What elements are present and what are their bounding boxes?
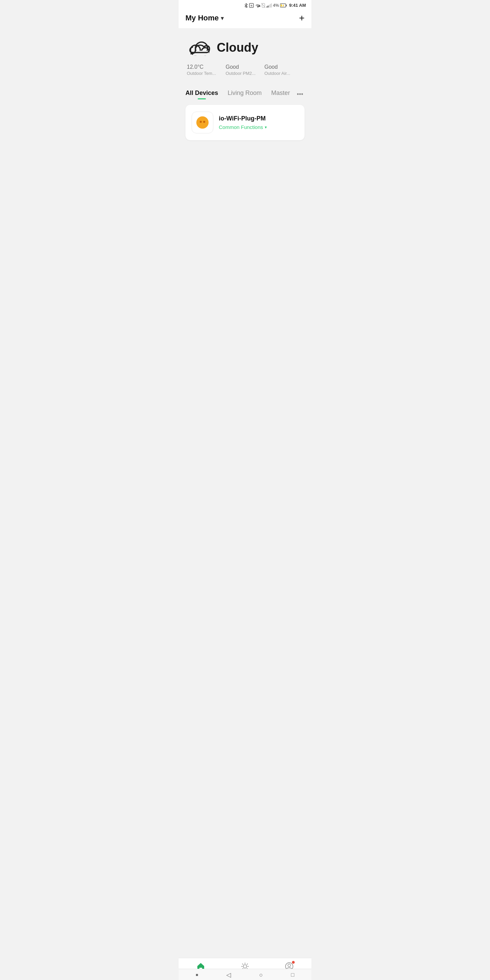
cloud-icon (187, 38, 211, 57)
tab-living-room[interactable]: Living Room (228, 89, 262, 99)
air-label: Outdoor Air... (264, 71, 303, 76)
weather-condition: Cloudy (217, 40, 258, 55)
devices-section: io-WiFi-Plug-PM Common Functions ▾ (179, 99, 311, 146)
device-icon-wrap (192, 111, 213, 134)
status-time: 9:41 AM (289, 3, 306, 8)
tabs: All Devices Living Room Master ••• (185, 89, 305, 99)
svg-rect-11 (270, 4, 271, 8)
svg-rect-8 (266, 6, 267, 8)
home-title[interactable]: My Home ▾ (185, 14, 224, 22)
svg-rect-9 (268, 5, 269, 8)
status-icons: N 4% ⚡ 9:41 AM (244, 3, 306, 8)
temp-label: Outdoor Tem... (187, 71, 226, 76)
signal-icon (266, 3, 272, 8)
weather-stat-pm2: Good Outdoor PM2... (226, 64, 264, 76)
device-name: io-WiFi-Plug-PM (219, 115, 298, 122)
tabs-more-button[interactable]: ••• (297, 91, 303, 98)
home-title-text: My Home (185, 14, 219, 22)
weather-stats: 12.0°C Outdoor Tem... Good Outdoor PM2..… (187, 64, 303, 76)
svg-point-23 (203, 121, 205, 123)
air-value: Good (264, 64, 303, 70)
device-functions-button[interactable]: Common Functions ▾ (219, 124, 298, 130)
tab-all-devices[interactable]: All Devices (185, 89, 218, 99)
nfc-icon: N (249, 3, 254, 8)
device-card[interactable]: io-WiFi-Plug-PM Common Functions ▾ (185, 105, 305, 140)
svg-point-21 (196, 116, 208, 129)
temp-value: 12.0°C (187, 64, 226, 70)
svg-rect-10 (269, 5, 270, 8)
svg-text:N: N (251, 5, 253, 7)
battery-icon: ⚡ (280, 3, 287, 8)
header: My Home ▾ + (179, 9, 311, 29)
battery-percentage: 4% (273, 3, 279, 8)
svg-point-22 (200, 121, 202, 123)
device-functions-label: Common Functions (219, 124, 263, 130)
weather-main: Cloudy (187, 38, 303, 57)
pm2-value: Good (226, 64, 264, 70)
tabs-section: All Devices Living Room Master ••• (179, 83, 311, 99)
bluetooth-icon (244, 3, 248, 8)
home-dropdown-icon[interactable]: ▾ (221, 15, 224, 21)
weather-stat-temp: 12.0°C Outdoor Tem... (187, 64, 226, 76)
wifi-icon (255, 3, 260, 8)
pm2-label: Outdoor PM2... (226, 71, 264, 76)
svg-rect-14 (286, 5, 286, 6)
no-sim-icon (261, 3, 266, 8)
device-icon (195, 115, 210, 130)
device-info: io-WiFi-Plug-PM Common Functions ▾ (219, 115, 298, 130)
weather-stat-air: Good Outdoor Air... (264, 64, 303, 76)
tab-master[interactable]: Master (271, 89, 290, 99)
svg-rect-12 (271, 3, 272, 8)
functions-chevron-icon: ▾ (265, 125, 267, 130)
add-button[interactable]: + (299, 13, 305, 23)
status-bar: N 4% ⚡ 9:41 AM (179, 0, 311, 9)
svg-text:⚡: ⚡ (282, 4, 285, 7)
weather-section: Cloudy 12.0°C Outdoor Tem... Good Outdoo… (179, 29, 311, 83)
